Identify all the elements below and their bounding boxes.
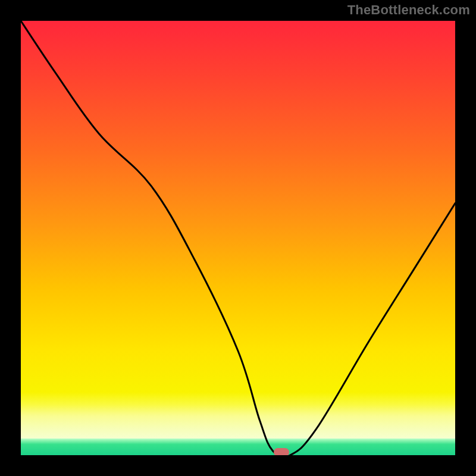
watermark-label: TheBottleneck.com (347, 2, 470, 18)
bottleneck-curve (21, 21, 455, 455)
chart-frame: TheBottleneck.com (0, 0, 476, 476)
plot-area (21, 21, 455, 455)
optimum-marker (274, 448, 289, 455)
